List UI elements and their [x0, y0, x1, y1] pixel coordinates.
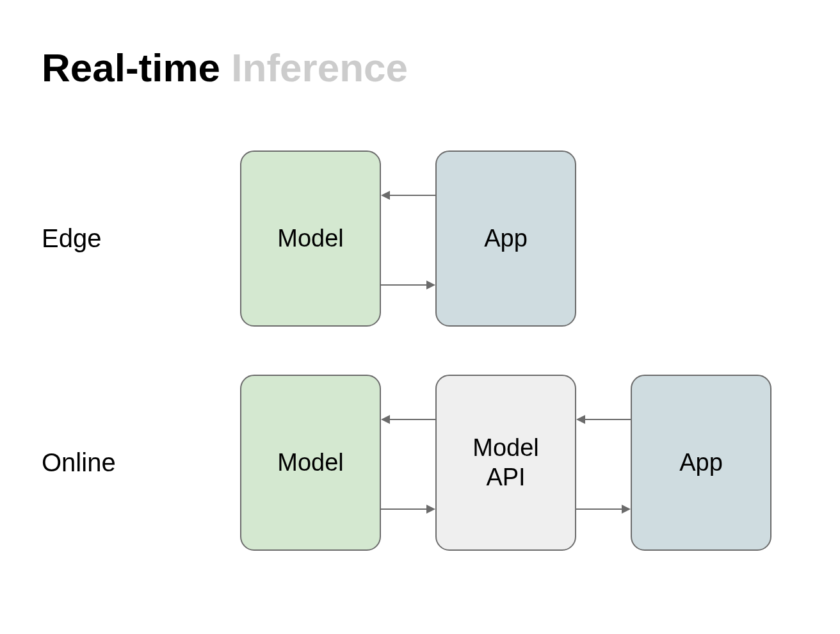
edge-label: Edge: [42, 224, 101, 253]
svg-marker-5: [381, 415, 390, 424]
edge-arrow-model-to-app: [381, 279, 435, 291]
online-arrow-model-to-api: [381, 503, 435, 516]
edge-app-text: App: [484, 224, 528, 254]
diagram-title: Real-time Inference: [42, 45, 408, 90]
edge-model-text: Model: [277, 224, 344, 254]
svg-marker-9: [576, 415, 585, 424]
online-model-text: Model: [277, 448, 344, 478]
title-light: Inference: [231, 45, 408, 90]
edge-app-box: App: [435, 150, 576, 327]
edge-model-box: Model: [240, 150, 381, 327]
online-arrow-app-to-api: [576, 413, 631, 426]
svg-marker-11: [622, 505, 631, 514]
svg-marker-1: [381, 191, 390, 200]
title-bold: Real-time: [42, 45, 220, 90]
online-modelapi-text: Model API: [472, 434, 539, 492]
online-app-text: App: [679, 448, 723, 478]
edge-arrow-app-to-model: [381, 189, 435, 202]
online-label: Online: [42, 448, 116, 477]
svg-marker-3: [426, 280, 435, 289]
online-app-box: App: [631, 375, 771, 551]
online-arrow-api-to-model: [381, 413, 435, 426]
online-arrow-api-to-app: [576, 503, 631, 516]
online-modelapi-box: Model API: [435, 375, 576, 551]
svg-marker-7: [426, 505, 435, 514]
online-model-box: Model: [240, 375, 381, 551]
